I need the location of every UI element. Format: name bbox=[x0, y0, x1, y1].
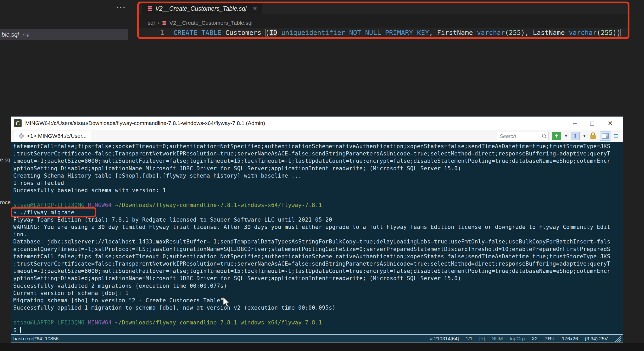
background-file-item[interactable]: ble.sql sql bbox=[0, 29, 128, 40]
terminal-line: Current version of schema [dbo]: 1 bbox=[13, 290, 621, 297]
terminal-line: Successfully baselined schema with versi… bbox=[13, 187, 621, 195]
background-file-name: ble.sql bbox=[2, 31, 19, 38]
background-file-language: sql bbox=[23, 32, 29, 37]
terminal-line: $ ./flyway migrate bbox=[13, 209, 621, 217]
terminal-status-bar: bash.exe[*64]:10856 « 210314[64]1/1[+]NU… bbox=[11, 334, 623, 342]
window-layout-icon bbox=[602, 133, 609, 139]
breadcrumb-folder[interactable]: sql bbox=[148, 20, 155, 26]
new-console-button[interactable]: + bbox=[552, 132, 561, 140]
search-box bbox=[497, 132, 549, 140]
search-icon[interactable] bbox=[541, 133, 548, 139]
terminal-line: imeout=-1;packetSize=8000;multiSubnetFai… bbox=[13, 158, 621, 165]
terminal-output[interactable]: tatementCall=false;fips=false;socketTime… bbox=[11, 142, 623, 335]
terminal-line bbox=[13, 312, 621, 319]
terminal-line: ion. bbox=[13, 231, 621, 239]
search-input[interactable] bbox=[499, 132, 542, 140]
status-right-segments: « 210314[64]1/1[+]NUMInpGrpX2PRI↕176x26(… bbox=[430, 336, 608, 342]
git-bash-icon bbox=[18, 133, 24, 139]
database-icon bbox=[162, 21, 167, 26]
status-segment: « 210314[64] bbox=[430, 336, 459, 342]
terminal-line: imeout=-1;packetSize=8000;multiSubnetFai… bbox=[13, 268, 621, 275]
terminal-line: Successfully applied 1 migration to sche… bbox=[13, 305, 621, 312]
window-layout-button[interactable] bbox=[600, 131, 610, 141]
close-button[interactable]: ✕ bbox=[608, 120, 613, 127]
terminal-line: Creating Schema History table [eShop].[d… bbox=[13, 173, 621, 180]
active-console-button[interactable]: 1 bbox=[571, 132, 580, 140]
minimize-button[interactable]: – bbox=[573, 119, 576, 127]
status-segment: PRI↕ bbox=[544, 336, 555, 342]
terminal-title-bar[interactable]: C MINGW64:/c/Users/stsau/Downloads/flywa… bbox=[11, 117, 623, 130]
menu-icon[interactable]: ≡ bbox=[614, 132, 618, 140]
terminal-line: stsau@LAPTOP-LFIJ3QMG MINGW64 ~/Download… bbox=[13, 202, 621, 209]
terminal-line: 1 rows affected bbox=[13, 180, 621, 187]
sql-code-line: CREATE TABLE Customers (ID uniqueidentif… bbox=[173, 29, 621, 36]
editor-more-actions-icon[interactable]: ··· bbox=[117, 3, 126, 11]
tab-close-icon[interactable]: ✕ bbox=[253, 5, 257, 12]
status-segment: NUM bbox=[492, 336, 503, 342]
resize-grip[interactable] bbox=[613, 335, 621, 342]
console-tab-mingw64[interactable]: <1> MINGW64:/c/User... bbox=[14, 131, 91, 141]
terminal-line: ;trustServerCertificate=false;Transparen… bbox=[13, 261, 621, 268]
conemu-app-icon: C bbox=[14, 119, 22, 127]
breadcrumb: sql › V2__Create_Customers_Table.sql bbox=[148, 19, 253, 27]
terminal-line: Migrating schema [dbo] to version "2 - C… bbox=[13, 297, 621, 305]
terminal-line: tatementCall=false;fips=false;socketTime… bbox=[13, 143, 621, 151]
terminal-line: ;trustServerCertificate=false;Transparen… bbox=[13, 151, 621, 158]
database-icon bbox=[147, 6, 153, 11]
terminal-cursor bbox=[20, 327, 21, 333]
maximize-button[interactable]: □ bbox=[590, 120, 594, 127]
terminal-line: e;cancelQueryTimeout=-1;sslProtocol=TLS;… bbox=[13, 246, 621, 253]
terminal-line: Flyway Teams Edition (trial) 7.8.1 by Re… bbox=[13, 217, 621, 224]
terminal-line: WARNING: You are using a 30 day limited … bbox=[13, 224, 621, 231]
terminal-window-title: MINGW64:/c/Users/stsau/Downloads/flyway-… bbox=[25, 120, 573, 126]
status-segment: 1/1 bbox=[466, 336, 472, 342]
terminal-window: C MINGW64:/c/Users/stsau/Downloads/flywa… bbox=[11, 116, 623, 343]
lock-icon[interactable] bbox=[589, 132, 597, 140]
terminal-line: $ bbox=[13, 327, 621, 334]
terminal-line: Successfully validated 2 migrations (exe… bbox=[13, 283, 621, 290]
terminal-line: Database: jdbc:sqlserver://localhost:143… bbox=[13, 239, 621, 246]
tab-v2-create-customers-table-sql[interactable]: V2__Create_Customers_Table.sql ✕ bbox=[142, 3, 262, 14]
command-annotation-box: $ ./flyway migrate bbox=[13, 209, 74, 216]
status-segment: (3,34) 25V bbox=[585, 336, 608, 342]
clipped-text-fragment: roce bbox=[0, 199, 11, 205]
terminal-tab-bar: <1> MINGW64:/c/User... + ▼ 1 ▼ ≡ bbox=[11, 130, 623, 142]
editor-annotation-box: V2__Create_Customers_Table.sql ✕ sql › V… bbox=[137, 2, 629, 39]
new-console-dropdown-icon[interactable]: ▼ bbox=[564, 134, 568, 138]
console-tab-label: <1> MINGW64:/c/User... bbox=[27, 133, 87, 139]
terminal-line bbox=[13, 195, 621, 202]
terminal-line: yptionSetting=Disabled;applicationName=M… bbox=[13, 165, 621, 173]
status-segment: 176x26 bbox=[562, 336, 578, 342]
clipped-text-fragment: e.sq bbox=[0, 156, 10, 163]
terminal-line: stsau@LAPTOP-LFIJ3QMG MINGW64 ~/Download… bbox=[13, 319, 621, 327]
status-segment: X2 bbox=[531, 336, 537, 342]
terminal-line: yptionSetting=Disabled;applicationName=M… bbox=[13, 275, 621, 283]
terminal-line: tatementCall=false;fips=false;socketTime… bbox=[13, 253, 621, 261]
tab-filename: V2__Create_Customers_Table.sql bbox=[155, 5, 247, 12]
console-list-dropdown-icon[interactable]: ▼ bbox=[583, 134, 586, 138]
code-line-row[interactable]: 1CREATE TABLE Customers (ID uniqueidenti… bbox=[139, 28, 628, 37]
editor-tab-strip: V2__Create_Customers_Table.sql ✕ bbox=[139, 3, 628, 14]
taskbar-shadow-strip bbox=[0, 343, 644, 351]
status-process-info: bash.exe[*64]:10856 bbox=[13, 336, 59, 342]
status-segment: [+] bbox=[479, 336, 485, 342]
chevron-right-icon: › bbox=[157, 20, 159, 26]
status-segment: InpGrp bbox=[510, 336, 525, 342]
line-number: 1 bbox=[139, 29, 164, 36]
breadcrumb-file[interactable]: V2__Create_Customers_Table.sql bbox=[169, 20, 253, 26]
